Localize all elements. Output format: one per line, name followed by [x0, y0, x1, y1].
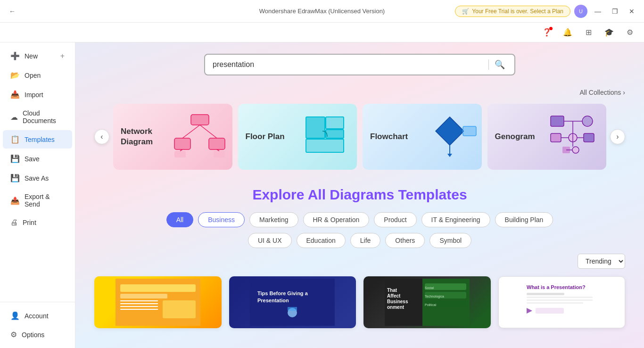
svg-text:Tips Before Giving a: Tips Before Giving a — [257, 290, 308, 296]
sidebar-item-saveas[interactable]: 💾 Save As — [3, 169, 72, 187]
sidebar-label-save: Save — [25, 155, 40, 163]
filter-hr[interactable]: HR & Operation — [303, 212, 370, 227]
filter-ui[interactable]: UI & UX — [248, 233, 292, 248]
carousel-next[interactable]: › — [610, 129, 625, 144]
layout-icon[interactable]: ⊞ — [582, 26, 595, 39]
filter-row-1: All Business Marketing HR & Operation Pr… — [94, 212, 625, 227]
sidebar: ➕ New + 📂 Open 📥 Import ☁ Cloud Document… — [0, 42, 75, 348]
filter-all[interactable]: All — [166, 212, 194, 227]
sidebar-item-import[interactable]: 📥 Import — [3, 85, 72, 104]
svg-text:That: That — [387, 288, 397, 293]
sort-select[interactable]: Trending Newest Popular — [578, 254, 625, 269]
floor-plan-img — [297, 112, 353, 161]
template-thumb-1[interactable] — [94, 276, 222, 328]
all-collections-link[interactable]: All Collections › — [579, 89, 625, 96]
filter-row-2: UI & UX Education Life Others Symbol — [94, 233, 625, 248]
help-icon[interactable]: ❓ — [540, 26, 553, 39]
card-title-genogram: Genogram — [495, 132, 535, 142]
user-avatar[interactable]: U — [574, 5, 587, 18]
sidebar-label-account: Account — [25, 312, 49, 320]
notification-icon[interactable]: 🔔 — [561, 26, 574, 39]
filter-building[interactable]: Building Plan — [495, 212, 553, 227]
search-input[interactable] — [213, 60, 485, 69]
svg-rect-37 — [120, 306, 158, 307]
explore-prefix: Explore — [252, 187, 307, 202]
cloud-icon: ☁ — [10, 113, 18, 122]
titlebar: ← Wondershare EdrawMax (Unlicensed Versi… — [0, 0, 644, 23]
carousel-prev[interactable]: ‹ — [94, 129, 109, 144]
svg-rect-33 — [120, 284, 196, 292]
filter-life[interactable]: Life — [350, 233, 381, 248]
filter-others[interactable]: Others — [385, 233, 425, 248]
sidebar-label-saveas: Save As — [25, 174, 49, 182]
carousel-container: ‹ Network Diagram — [94, 102, 625, 172]
template-thumb-4[interactable]: What is a Presentation? — [498, 276, 626, 328]
templates-icon: 📋 — [10, 135, 20, 144]
filter-business[interactable]: Business — [198, 212, 245, 227]
svg-text:Technologica: Technologica — [425, 295, 444, 298]
svg-rect-0 — [191, 115, 209, 125]
filter-symbol[interactable]: Symbol — [429, 233, 471, 248]
svg-line-6 — [200, 125, 217, 138]
search-button[interactable]: 🔍 — [493, 59, 507, 70]
template-thumb-2[interactable]: Tips Before Giving a Presentation — [229, 276, 356, 328]
svg-marker-13 — [436, 117, 464, 145]
back-button[interactable]: ← — [6, 5, 19, 18]
sidebar-item-save[interactable]: 💾 Save — [3, 149, 72, 168]
sidebar-item-print[interactable]: 🖨 Print — [3, 214, 72, 232]
svg-rect-59 — [527, 293, 564, 295]
explore-highlight: All Diagrams Templates — [308, 187, 467, 202]
svg-rect-34 — [120, 294, 167, 298]
svg-rect-11 — [326, 130, 344, 138]
all-collections-label: All Collections — [579, 89, 621, 96]
svg-marker-17 — [447, 154, 452, 157]
svg-rect-64 — [536, 308, 564, 314]
filter-education[interactable]: Education — [297, 233, 346, 248]
sidebar-item-cloud[interactable]: ☁ Cloud Documents — [3, 105, 72, 129]
svg-line-8 — [217, 149, 219, 151]
new-icon: ➕ — [10, 51, 20, 60]
sort-row: Trending Newest Popular — [94, 254, 625, 269]
sidebar-item-account[interactable]: 👤 Account — [3, 307, 72, 325]
sidebar-item-templates[interactable]: 📋 Templates — [3, 130, 72, 149]
svg-rect-61 — [527, 299, 593, 301]
settings-icon[interactable]: ⚙ — [623, 26, 636, 39]
network-diagram-img — [172, 112, 229, 161]
sidebar-item-open[interactable]: 📂 Open — [3, 66, 72, 84]
sidebar-item-export[interactable]: 📤 Export & Send — [3, 188, 72, 213]
svg-rect-3 — [174, 151, 186, 157]
filter-marketing[interactable]: Marketing — [249, 212, 298, 227]
svg-text:Affect: Affect — [387, 293, 401, 298]
svg-line-7 — [180, 149, 182, 151]
open-icon: 📂 — [10, 71, 20, 80]
filter-product[interactable]: Product — [374, 212, 416, 227]
svg-line-5 — [182, 125, 200, 138]
svg-rect-38 — [120, 309, 158, 310]
sidebar-item-new[interactable]: ➕ New + — [3, 47, 72, 65]
trial-text: Your Free Trial is over. Select a Plan — [472, 8, 563, 15]
template-card-genogram[interactable]: Genogram — [487, 104, 607, 170]
svg-rect-14 — [463, 126, 476, 136]
export-icon: 📤 — [10, 196, 20, 205]
svg-point-23 — [569, 133, 577, 142]
template-card-network[interactable]: Network Diagram — [113, 104, 232, 170]
template-thumb-3[interactable]: That Affect Business onment Social Techn… — [363, 276, 491, 328]
hat-icon[interactable]: 🎓 — [603, 26, 616, 39]
svg-rect-10 — [326, 117, 344, 129]
minimize-button[interactable]: — — [591, 5, 604, 18]
svg-rect-2 — [209, 138, 225, 149]
filter-it[interactable]: IT & Engineering — [421, 212, 490, 227]
close-button[interactable]: ✕ — [625, 5, 638, 18]
template-card-flowchart[interactable]: Flowchart — [363, 104, 482, 170]
flowchart-img — [421, 112, 478, 161]
svg-rect-22 — [551, 133, 561, 142]
restore-button[interactable]: ❐ — [608, 5, 621, 18]
card-title-flowchart: Flowchart — [370, 132, 408, 142]
sidebar-label-print: Print — [23, 219, 36, 226]
sidebar-item-options[interactable]: ⚙ Options — [3, 325, 72, 344]
template-card-floorplan[interactable]: Floor Plan — [238, 104, 357, 170]
print-icon: 🖨 — [10, 218, 18, 227]
trial-banner[interactable]: 🛒 Your Free Trial is over. Select a Plan — [455, 6, 570, 17]
svg-text:Presentation: Presentation — [257, 298, 289, 303]
svg-point-29 — [572, 147, 579, 153]
